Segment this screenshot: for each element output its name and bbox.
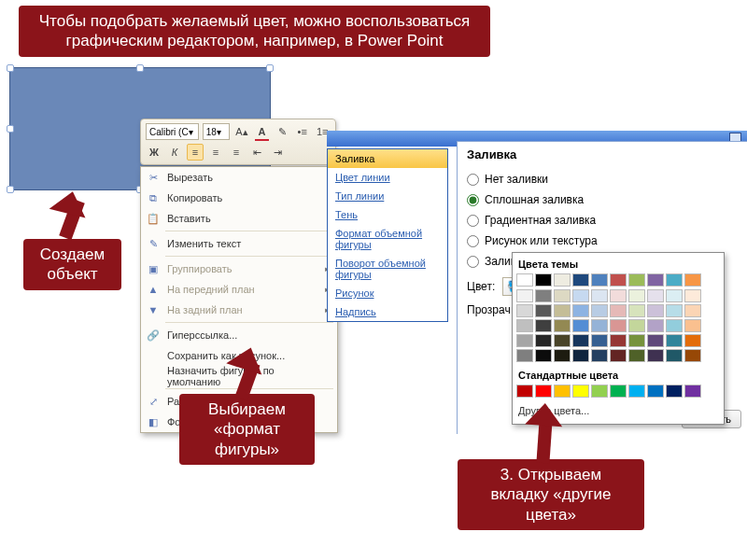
color-swatch[interactable] xyxy=(666,334,683,347)
color-swatch[interactable] xyxy=(684,319,701,332)
color-swatch[interactable] xyxy=(572,273,589,287)
color-swatch[interactable] xyxy=(554,349,571,362)
color-swatch[interactable] xyxy=(572,334,589,347)
bold-button[interactable]: Ж xyxy=(146,144,162,161)
radio-picture-fill[interactable]: Рисунок или текстура xyxy=(467,231,738,251)
color-swatch[interactable] xyxy=(647,349,664,362)
color-swatch[interactable] xyxy=(628,319,645,332)
color-swatch[interactable] xyxy=(684,385,701,398)
color-swatch[interactable] xyxy=(535,349,552,362)
resize-handle[interactable] xyxy=(7,64,14,72)
menu-bring-front[interactable]: ▲На передний план▸ xyxy=(141,279,337,300)
align-center-button[interactable]: ≡ xyxy=(187,144,204,161)
color-swatch[interactable] xyxy=(684,334,701,347)
color-swatch[interactable] xyxy=(610,289,627,302)
color-swatch[interactable] xyxy=(591,385,608,398)
color-swatch[interactable] xyxy=(647,385,664,398)
category-line-type[interactable]: Тип линии xyxy=(328,187,447,205)
color-swatch[interactable] xyxy=(666,385,683,398)
color-swatch[interactable] xyxy=(647,304,664,317)
italic-button[interactable]: К xyxy=(166,144,183,161)
category-picture[interactable]: Рисунок xyxy=(328,284,447,302)
color-swatch[interactable] xyxy=(591,349,608,362)
color-swatch[interactable] xyxy=(516,349,533,362)
color-swatch[interactable] xyxy=(591,289,608,302)
color-swatch[interactable] xyxy=(554,319,571,332)
color-swatch[interactable] xyxy=(666,289,683,302)
menu-edit-text[interactable]: ✎Изменить текст xyxy=(141,233,337,254)
color-swatch[interactable] xyxy=(535,334,552,347)
color-swatch[interactable] xyxy=(572,304,589,317)
menu-hyperlink[interactable]: 🔗Гиперссылка... xyxy=(141,325,337,345)
color-swatch[interactable] xyxy=(572,319,589,332)
color-swatch[interactable] xyxy=(628,304,645,317)
increase-indent-button[interactable]: ⇥ xyxy=(269,144,286,161)
color-swatch[interactable] xyxy=(628,289,645,302)
color-swatch[interactable] xyxy=(666,319,683,332)
color-swatch[interactable] xyxy=(610,334,627,347)
align-right-button[interactable]: ≡ xyxy=(228,144,245,161)
align-left-button[interactable]: ≡ xyxy=(207,144,224,161)
color-swatch[interactable] xyxy=(535,304,552,317)
color-swatch[interactable] xyxy=(684,273,701,287)
color-swatch[interactable] xyxy=(628,273,645,287)
color-swatch[interactable] xyxy=(610,349,627,362)
color-swatch[interactable] xyxy=(610,385,627,398)
menu-copy[interactable]: ⧉Копировать xyxy=(141,188,337,208)
resize-handle[interactable] xyxy=(7,125,14,133)
resize-handle[interactable] xyxy=(136,64,144,72)
radio-solid-fill[interactable]: Сплошная заливка xyxy=(467,189,738,210)
color-swatch[interactable] xyxy=(610,273,627,287)
color-swatch[interactable] xyxy=(591,304,608,317)
category-shadow[interactable]: Тень xyxy=(328,205,447,224)
format-painter-button[interactable]: ✎ xyxy=(274,123,290,140)
color-swatch[interactable] xyxy=(628,385,645,398)
font-size-combo[interactable]: 18 ▾ xyxy=(203,123,230,140)
color-swatch[interactable] xyxy=(516,385,533,398)
color-swatch[interactable] xyxy=(572,349,589,362)
color-swatch[interactable] xyxy=(516,319,533,332)
color-swatch[interactable] xyxy=(684,289,701,302)
color-swatch[interactable] xyxy=(535,273,552,287)
decrease-indent-button[interactable]: ⇤ xyxy=(248,144,265,161)
menu-cut[interactable]: ✂Вырезать xyxy=(141,167,337,188)
color-swatch[interactable] xyxy=(610,304,627,317)
color-swatch[interactable] xyxy=(554,385,571,398)
font-name-combo[interactable]: Calibri (С ▾ xyxy=(146,123,199,140)
color-swatch[interactable] xyxy=(666,273,683,287)
color-swatch[interactable] xyxy=(647,334,664,347)
color-swatch[interactable] xyxy=(554,289,571,302)
category-3d-rotation[interactable]: Поворот объемной фигуры xyxy=(328,254,447,284)
color-swatch[interactable] xyxy=(516,304,533,317)
color-swatch[interactable] xyxy=(554,273,571,287)
category-fill[interactable]: Заливка xyxy=(328,149,447,168)
color-swatch[interactable] xyxy=(591,319,608,332)
color-swatch[interactable] xyxy=(572,385,589,398)
color-swatch[interactable] xyxy=(516,334,533,347)
color-swatch[interactable] xyxy=(591,334,608,347)
color-swatch[interactable] xyxy=(647,319,664,332)
color-swatch[interactable] xyxy=(516,289,533,302)
font-color-button[interactable]: A xyxy=(254,123,271,140)
menu-send-back[interactable]: ▼На задний план▸ xyxy=(141,300,337,320)
color-swatch[interactable] xyxy=(628,334,645,347)
color-swatch[interactable] xyxy=(666,304,683,317)
color-swatch[interactable] xyxy=(628,349,645,362)
color-swatch[interactable] xyxy=(610,319,627,332)
color-swatch[interactable] xyxy=(554,334,571,347)
color-swatch[interactable] xyxy=(535,289,552,302)
category-textbox[interactable]: Надпись xyxy=(328,302,447,321)
resize-handle[interactable] xyxy=(266,64,274,72)
category-line-color[interactable]: Цвет линии xyxy=(328,168,447,187)
color-swatch[interactable] xyxy=(684,304,701,317)
color-swatch[interactable] xyxy=(516,273,533,287)
color-swatch[interactable] xyxy=(684,349,701,362)
color-swatch[interactable] xyxy=(666,349,683,362)
color-swatch[interactable] xyxy=(554,304,571,317)
color-swatch[interactable] xyxy=(535,319,552,332)
color-swatch[interactable] xyxy=(591,273,608,287)
radio-no-fill[interactable]: Нет заливки xyxy=(467,169,738,189)
grow-font-button[interactable]: A▴ xyxy=(233,123,250,140)
radio-gradient-fill[interactable]: Градиентная заливка xyxy=(467,210,738,231)
color-swatch[interactable] xyxy=(572,289,589,302)
